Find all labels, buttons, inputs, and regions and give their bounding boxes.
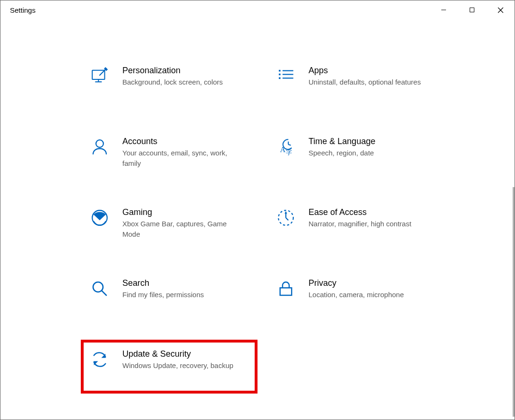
scrollbar[interactable] <box>513 187 515 417</box>
accounts-icon <box>88 136 111 158</box>
tile-title: Update & Security <box>122 348 233 360</box>
tile-desc: Uninstall, defaults, optional features <box>309 77 421 87</box>
settings-window: Settings <box>0 0 515 420</box>
tile-title: Search <box>122 277 204 289</box>
tile-desc: Xbox Game Bar, captures, Game Mode <box>122 219 240 240</box>
tile-desc: Narrator, magnifier, high contrast <box>309 219 412 229</box>
maximize-button[interactable] <box>458 0 486 19</box>
tile-desc: Windows Update, recovery, backup <box>122 360 233 371</box>
tile-apps[interactable]: Apps Uninstall, defaults, optional featu… <box>273 62 457 104</box>
tile-accounts[interactable]: Accounts Your accounts, email, sync, wor… <box>86 133 271 175</box>
svg-line-15 <box>288 145 291 146</box>
svg-line-23 <box>102 291 106 295</box>
ease-of-access-icon <box>275 206 297 229</box>
svg-rect-7 <box>279 70 281 72</box>
tile-title: Personalization <box>122 65 223 76</box>
tile-title: Apps <box>309 65 421 76</box>
apps-icon <box>275 65 297 87</box>
update-security-icon <box>88 348 111 371</box>
tile-title: Privacy <box>309 277 404 289</box>
svg-rect-9 <box>279 77 281 79</box>
content-area: Personalization Background, lock screen,… <box>0 19 515 420</box>
tile-desc: Location, camera, microphone <box>309 290 404 300</box>
tile-desc: Find my files, permissions <box>122 290 204 300</box>
svg-rect-24 <box>280 288 292 295</box>
svg-point-13 <box>96 140 103 147</box>
search-icon <box>88 277 111 300</box>
tile-privacy[interactable]: Privacy Location, camera, microphone <box>273 274 457 317</box>
svg-rect-8 <box>279 74 281 76</box>
svg-text:A: A <box>280 146 286 154</box>
personalization-icon <box>88 65 111 87</box>
window-controls <box>429 0 515 19</box>
svg-text:字: 字 <box>286 149 292 156</box>
tile-title: Time & Language <box>309 136 375 147</box>
titlebar: Settings <box>0 0 515 19</box>
svg-rect-1 <box>470 8 474 12</box>
tile-desc: Background, lock screen, colors <box>122 77 223 87</box>
gaming-icon <box>88 206 111 229</box>
tile-gaming[interactable]: Gaming Xbox Game Bar, captures, Game Mod… <box>86 204 271 246</box>
privacy-icon <box>275 277 297 300</box>
close-button[interactable] <box>486 0 515 19</box>
window-title: Settings <box>10 6 35 14</box>
tile-time-language[interactable]: A 字 Time & Language Speech, region, date <box>273 133 457 175</box>
tile-desc: Speech, region, date <box>309 148 375 158</box>
tile-search[interactable]: Search Find my files, permissions <box>86 274 271 317</box>
tile-title: Accounts <box>122 136 240 147</box>
time-language-icon: A 字 <box>275 136 297 158</box>
settings-grid: Personalization Background, lock screen,… <box>86 62 457 388</box>
tile-ease-of-access[interactable]: Ease of Access Narrator, magnifier, high… <box>273 204 457 246</box>
svg-marker-21 <box>284 211 287 214</box>
minimize-button[interactable] <box>429 0 458 19</box>
tile-personalization[interactable]: Personalization Background, lock screen,… <box>86 62 271 104</box>
tile-title: Ease of Access <box>309 206 412 218</box>
tile-title: Gaming <box>122 206 240 218</box>
tile-desc: Your accounts, email, sync, work, family <box>122 148 240 169</box>
tile-update-security[interactable]: Update & Security Windows Update, recove… <box>86 345 252 388</box>
